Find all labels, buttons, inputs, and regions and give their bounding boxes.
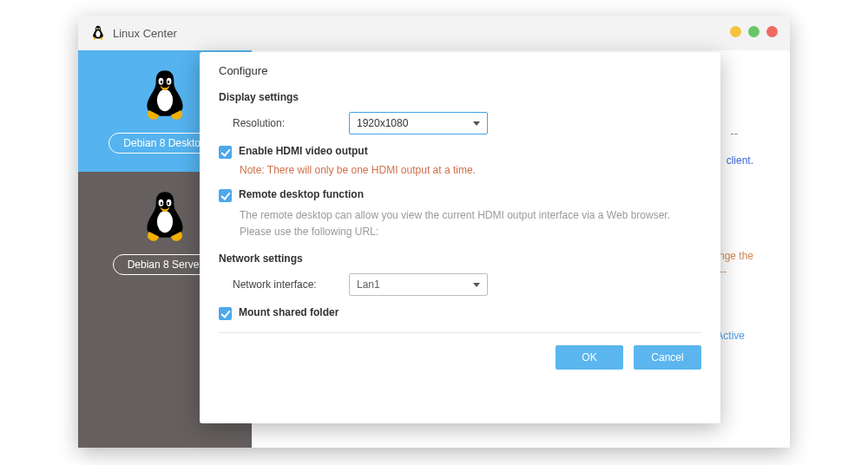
resolution-row: Resolution: 1920x1080 [219,112,701,134]
hdmi-checkbox-row[interactable]: Enable HDMI video output [219,145,701,159]
iface-row: Network interface: Lan1 [219,273,701,296]
status-badge: Active [716,330,745,342]
minimize-button[interactable] [730,26,741,37]
iface-value: Lan1 [357,278,380,291]
svg-point-5 [99,29,100,29]
network-section-label: Network settings [219,252,701,265]
tux-icon [141,190,189,246]
display-section-label: Display settings [219,91,701,103]
svg-point-10 [168,81,169,83]
rdp-checkbox-row[interactable]: Remote desktop function [219,188,701,202]
app-title: Linux Center [113,27,177,40]
svg-point-11 [157,211,173,232]
hdmi-label: Enable HDMI video output [239,145,368,157]
checkbox-checked-icon[interactable] [219,307,232,320]
resolution-value: 1920x1080 [357,117,408,129]
ok-button[interactable]: OK [556,345,623,370]
svg-point-15 [168,202,169,205]
chevron-down-icon [473,121,480,126]
resolution-label: Resolution: [219,117,349,129]
configure-dialog: Configure Display settings Resolution: 1… [200,52,720,423]
checkbox-checked-icon[interactable] [219,146,232,159]
svg-point-6 [157,89,173,111]
dialog-title: Configure [219,64,701,77]
maximize-button[interactable] [748,26,760,37]
divider [219,332,701,333]
close-button[interactable] [766,26,778,37]
value-placeholder: -- [730,127,738,140]
client-hint: client. [727,154,753,167]
checkbox-checked-icon[interactable] [219,189,232,202]
svg-point-4 [97,29,98,29]
tux-icon [141,69,189,124]
iface-select[interactable]: Lan1 [349,273,488,296]
hdmi-note: Note: There will only be one HDMI output… [219,164,701,176]
chevron-down-icon [473,283,480,287]
svg-point-9 [161,81,162,83]
app-icon [90,25,106,41]
mount-checkbox-row[interactable]: Mount shared folder [219,306,701,320]
rdp-label: Remote desktop function [239,188,364,200]
rdp-help: The remote desktop can allow you view th… [219,207,701,240]
svg-point-14 [161,202,162,205]
iface-label: Network interface: [219,278,349,291]
mount-label: Mount shared folder [239,306,339,318]
window-controls [730,26,778,37]
titlebar: Linux Center [78,16,790,50]
resolution-select[interactable]: 1920x1080 [349,112,488,134]
dialog-footer: OK Cancel [219,345,701,370]
cancel-button[interactable]: Cancel [634,345,701,370]
svg-point-1 [95,31,100,37]
